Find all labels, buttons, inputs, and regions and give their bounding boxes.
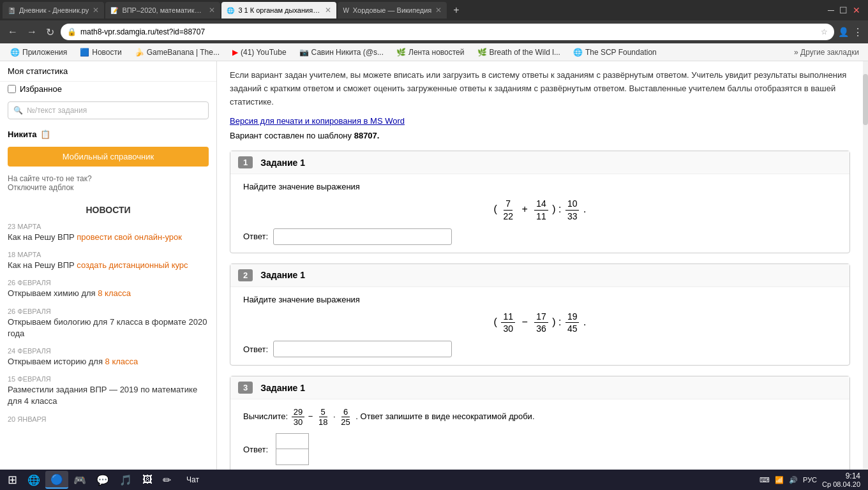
search-placeholder: №/текст задания — [27, 106, 87, 115]
mobile-ref-button[interactable]: Мобильный справочник — [8, 147, 209, 167]
favorites-checkbox[interactable] — [8, 85, 16, 93]
variant-info: Вариант составлен по шаблону 88707. — [230, 131, 850, 140]
back-button[interactable]: ← — [5, 25, 20, 39]
time-display: 9:14 Ср 08.04.20 — [822, 471, 860, 488]
apps-icon: 🌐 — [10, 48, 20, 57]
taskbar: ⊞ 🌐 🔵 🎮 💬 🎵 🖼 ✏ Чат ⌨ 📶 🔊 РУС 9:14 Ср 08… — [0, 470, 868, 490]
new-tab-button[interactable]: + — [448, 4, 464, 16]
sidebar: Моя статистика Избранное 🔍 №/текст задан… — [0, 61, 217, 470]
volume-icon: 🔊 — [789, 476, 798, 484]
maximize-button[interactable]: ☐ — [839, 5, 848, 15]
scrollbar-thumb[interactable] — [863, 74, 868, 125]
bookmark-lenta[interactable]: 🌿 Лента новостей — [391, 47, 470, 58]
task-block-3: 3 Задание 1 Вычислите: 29 30 − 5 18 · — [230, 376, 850, 470]
wifi-icon: 📶 — [775, 476, 784, 484]
ad-notice: На сайте что-то не так? Отключите адблок — [0, 169, 216, 197]
bookmarks-more-button[interactable]: » Другие закладки — [790, 47, 863, 58]
tab-icon-organs: 🌐 — [227, 7, 234, 14]
tab-diary[interactable]: 📓 Дневник - Дневник.ру ✕ — [3, 2, 104, 19]
bookmark-breath[interactable]: 🌿 Breath of the Wild l... — [472, 47, 565, 58]
instagram-icon: 📷 — [299, 48, 309, 57]
bookmark-lenta-label: Лента новостей — [408, 48, 465, 57]
scrollbar-track[interactable] — [863, 61, 868, 470]
taskbar-item-discord[interactable]: 💬 — [91, 471, 114, 489]
bookmark-scp[interactable]: 🌐 The SCP Foundation — [568, 47, 662, 58]
address-bar[interactable]: 🔒 math8-vpr.sdamgia.ru/test?id=88707 ☆ — [61, 24, 834, 40]
address-text: math8-vpr.sdamgia.ru/test?id=88707 — [80, 27, 817, 36]
fraction-5-18: 5 18 — [317, 407, 329, 427]
time-value: 9:14 — [822, 471, 860, 480]
fraction-14-11: 14 11 — [534, 198, 548, 221]
taskbar-item-steam[interactable]: 🎮 — [68, 471, 91, 489]
news-date-4: 26 ФЕВРАЛЯ — [8, 305, 209, 316]
print-link[interactable]: Версия для печати и копирования в MS Wor… — [230, 116, 405, 126]
answer-fraction-numerator-3[interactable] — [276, 434, 308, 449]
tab-label-diary: Дневник - Дневник.ру — [19, 6, 89, 14]
news-title-6: Разместили задания ВПР — 2019 по математ… — [8, 384, 209, 412]
news-link-5[interactable]: 8 класса — [105, 357, 138, 366]
taskbar-item-fl[interactable]: 🎵 — [114, 471, 137, 489]
chat-button[interactable]: Чат — [186, 475, 199, 484]
breath-icon: 🌿 — [477, 48, 487, 57]
bookmark-gamebanana[interactable]: 🍌 GameBanana | The... — [130, 47, 225, 58]
bookmark-instagram[interactable]: 📷 Савин Никита (@s... — [294, 47, 389, 58]
start-button[interactable]: ⊞ — [3, 473, 22, 487]
ad-notice-line1: На сайте что-то не так? — [8, 174, 209, 183]
sidebar-favorites[interactable]: Избранное — [0, 82, 216, 96]
task-title-3: Задание 1 — [260, 383, 305, 393]
bookmark-breath-label: Breath of the Wild l... — [490, 48, 560, 57]
bookmark-star-icon[interactable]: ☆ — [821, 27, 828, 36]
tab-close-vpr[interactable]: ✕ — [209, 6, 215, 15]
tab-label-vpr: ВПР–2020, математика–8: зада... — [122, 6, 205, 14]
keyboard-icon: ⌨ — [760, 476, 770, 484]
taskbar-right: ⌨ 📶 🔊 РУС 9:14 Ср 08.04.20 — [760, 471, 865, 488]
task-body-1: Найдите значение выражения ( 7 22 + 14 1… — [230, 174, 849, 252]
minimize-button[interactable]: ─ — [828, 5, 834, 15]
bookmark-scp-label: The SCP Foundation — [585, 48, 657, 57]
forward-button[interactable]: → — [24, 25, 40, 39]
bookmark-apps-label: Приложения — [22, 48, 67, 57]
close-button[interactable]: ✕ — [853, 5, 860, 15]
profile-icon[interactable]: 👤 — [838, 27, 849, 37]
news-link-2[interactable]: создать дистанционный курс — [77, 260, 188, 270]
bookmark-news[interactable]: 🟦 Новости — [75, 47, 126, 58]
sidebar-stats[interactable]: Моя статистика — [0, 61, 216, 82]
task-desc-3: Вычислите: 29 30 − 5 18 · 6 25 . — [243, 407, 837, 427]
favorites-label: Избранное — [20, 84, 62, 94]
news-title-1: Как на Решу ВПР провести свой онлайн-уро… — [8, 232, 209, 248]
task-body-3: Вычислите: 29 30 − 5 18 · 6 25 . — [230, 399, 849, 470]
bookmark-youtube[interactable]: ▶ (41) YouTube — [227, 47, 292, 58]
taskbar-item-ps[interactable]: 🖼 — [137, 471, 158, 489]
lock-icon: 🔒 — [67, 27, 77, 36]
answer-input-2[interactable] — [273, 341, 452, 357]
tab-icon-diary: 📓 — [8, 7, 15, 14]
tab-close-diary[interactable]: ✕ — [93, 6, 99, 15]
fraction-11-30: 11 30 — [501, 311, 515, 334]
news-icon: 🟦 — [80, 48, 89, 57]
tab-vpr[interactable]: 📝 ВПР–2020, математика–8: зада... ✕ — [105, 2, 220, 19]
answer-row-1: Ответ: — [243, 228, 837, 245]
window-controls: ─ ☐ ✕ — [828, 5, 865, 15]
main-layout: Моя статистика Избранное 🔍 №/текст задан… — [0, 61, 868, 470]
tab-organs[interactable]: 🌐 3 1 К органам дыхания членисто... ✕ — [221, 2, 336, 19]
taskbar-item-chrome[interactable]: 🔵 — [45, 471, 68, 489]
sidebar-search[interactable]: 🔍 №/текст задания — [8, 101, 209, 119]
news-link-3[interactable]: 8 класса — [98, 288, 131, 298]
task-block-2: 2 Задание 1 Найдите значение выражения (… — [230, 264, 850, 366]
youtube-icon: ▶ — [232, 48, 238, 57]
news-title-2: Как на Решу ВПР создать дистанционный ку… — [8, 260, 209, 276]
tab-close-wiki[interactable]: ✕ — [435, 6, 442, 15]
tab-close-organs[interactable]: ✕ — [325, 6, 331, 15]
bookmark-apps[interactable]: 🌐 Приложения — [5, 47, 72, 58]
settings-icon[interactable]: ⋮ — [853, 26, 863, 38]
news-date-6: 15 ФЕВРАЛЯ — [8, 373, 209, 384]
taskbar-item-app[interactable]: ✏ — [158, 471, 176, 489]
answer-input-1[interactable] — [273, 228, 452, 245]
tab-wiki[interactable]: W Хордовые — Википедия ✕ — [338, 2, 447, 19]
answer-fraction-denominator-3[interactable] — [276, 449, 308, 464]
reload-button[interactable]: ↻ — [43, 25, 57, 40]
taskbar-item-browser[interactable]: 🌐 — [22, 471, 45, 489]
news-link-1[interactable]: провести свой онлайн-урок — [77, 232, 182, 242]
answer-fraction-box-3[interactable] — [276, 433, 309, 465]
news-title-5: Открываем историю для 8 класса — [8, 356, 209, 373]
